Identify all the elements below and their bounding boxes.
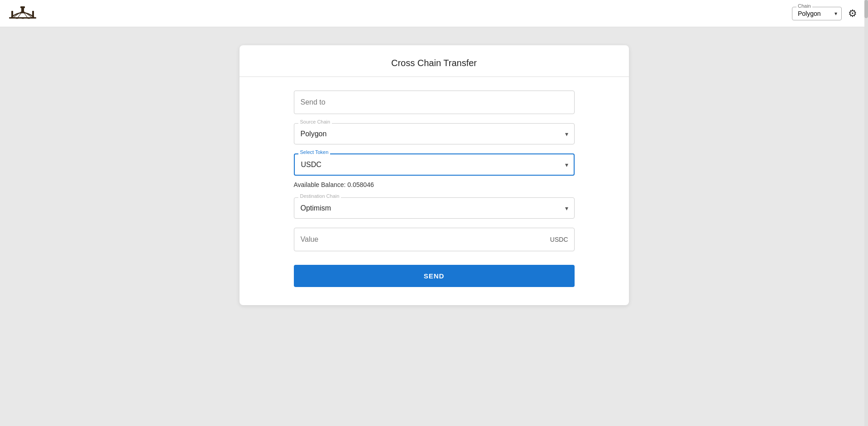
header-chain-select[interactable]: PolygonEthereumOptimismArbitrum: [792, 7, 842, 20]
settings-icon[interactable]: ⚙: [846, 6, 859, 21]
scrollbar-thumb[interactable]: [864, 0, 868, 18]
header-chain-label: Chain: [796, 3, 812, 9]
destination-chain-wrapper: Destination Chain OptimismEthereumPolygo…: [294, 197, 575, 219]
main-content: Cross Chain Transfer Source Chain Polygo…: [0, 27, 868, 426]
header: Chain PolygonEthereumOptimismArbitrum ▾ …: [0, 0, 868, 27]
select-token-label: Select Token: [298, 149, 331, 155]
card-divider: [240, 77, 629, 77]
scrollbar-track[interactable]: [864, 0, 868, 426]
svg-rect-8: [20, 6, 25, 8]
destination-chain-label: Destination Chain: [298, 193, 341, 199]
value-unit: USDC: [550, 236, 568, 243]
source-chain-select[interactable]: PolygonEthereumOptimismArbitrum: [294, 123, 575, 144]
logo: [9, 4, 36, 24]
transfer-card: Cross Chain Transfer Source Chain Polygo…: [240, 45, 629, 305]
token-wrapper: Select Token USDCETHMATICUSDT ▾: [294, 153, 575, 176]
value-input[interactable]: [294, 228, 575, 251]
logo-icon: [9, 5, 36, 23]
header-chain-selector[interactable]: Chain PolygonEthereumOptimismArbitrum ▾: [792, 7, 842, 20]
transfer-form: Source Chain PolygonEthereumOptimismArbi…: [240, 91, 629, 287]
destination-chain-select[interactable]: OptimismEthereumPolygonArbitrum: [294, 197, 575, 219]
source-chain-label: Source Chain: [298, 119, 332, 124]
send-to-input[interactable]: [294, 91, 575, 114]
header-left: [9, 4, 36, 24]
send-button[interactable]: SEND: [294, 265, 575, 287]
page-title: Cross Chain Transfer: [240, 45, 629, 77]
token-select[interactable]: USDCETHMATICUSDT: [294, 153, 575, 176]
value-wrapper: USDC: [294, 228, 575, 251]
available-balance: Available Balance: 0.058046: [294, 181, 575, 188]
source-chain-wrapper: Source Chain PolygonEthereumOptimismArbi…: [294, 123, 575, 144]
header-right: Chain PolygonEthereumOptimismArbitrum ▾ …: [792, 6, 859, 21]
